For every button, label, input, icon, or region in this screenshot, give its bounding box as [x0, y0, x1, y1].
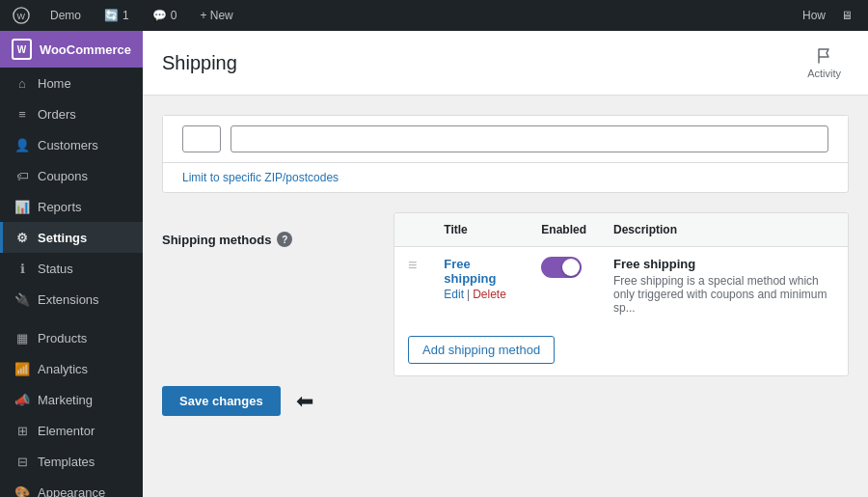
- reports-icon: 📊: [14, 199, 30, 214]
- title-cell: Free shipping Edit | Delete: [430, 247, 528, 325]
- orders-icon: ≡: [14, 106, 30, 122]
- free-shipping-link[interactable]: Free shipping: [444, 257, 514, 286]
- new-button[interactable]: + New: [192, 0, 240, 31]
- sidebar-item-home[interactable]: ⌂ Home: [0, 68, 143, 98]
- edit-delete-links: Edit | Delete: [444, 288, 514, 301]
- shipping-methods-label: Shipping methods ?: [162, 212, 374, 266]
- edit-link[interactable]: Edit: [444, 288, 464, 301]
- sidebar-item-label: Extensions: [38, 292, 99, 307]
- comments-count[interactable]: 💬 0: [145, 0, 185, 31]
- status-icon: ℹ: [14, 261, 30, 276]
- sidebar-item-label: Customers: [38, 138, 98, 152]
- description-text: Free shipping is a special method which …: [613, 274, 834, 315]
- sidebar-item-products[interactable]: ▦ Products: [0, 322, 143, 353]
- sidebar-item-marketing[interactable]: 📣 Marketing: [0, 384, 143, 415]
- products-icon: ▦: [14, 330, 30, 345]
- woo-label: WooCommerce: [40, 42, 131, 57]
- appearance-icon: 🎨: [14, 484, 30, 497]
- activity-button[interactable]: Activity: [800, 42, 849, 83]
- drag-col-header: [394, 213, 430, 247]
- howdy[interactable]: How: [802, 9, 826, 22]
- description-title: Free shipping: [613, 257, 834, 271]
- sidebar-item-analytics[interactable]: 📶 Analytics: [0, 353, 143, 384]
- drag-handle-cell: ≡: [394, 247, 430, 325]
- flag-icon: [815, 46, 834, 66]
- shipping-methods-layout: Shipping methods ? Title Enabled Descrip…: [162, 212, 849, 376]
- home-icon: ⌂: [14, 75, 30, 91]
- sidebar-item-label: Status: [38, 262, 73, 276]
- templates-icon: ⊟: [14, 454, 30, 469]
- marketing-icon: 📣: [14, 392, 30, 407]
- woo-logo-box: W: [12, 39, 32, 60]
- analytics-icon: 📶: [14, 361, 30, 376]
- customers-icon: 👤: [14, 137, 30, 152]
- sidebar-item-templates[interactable]: ⊟ Templates: [0, 446, 143, 477]
- enabled-toggle[interactable]: [541, 257, 582, 278]
- activity-label: Activity: [807, 68, 841, 79]
- sidebar-item-label: Orders: [38, 107, 76, 122]
- zip-bar: [231, 125, 828, 152]
- site-name[interactable]: Demo: [42, 0, 89, 31]
- enabled-cell: [528, 247, 600, 325]
- sidebar-item-appearance[interactable]: 🎨 Appearance: [0, 477, 143, 497]
- sidebar-item-reports[interactable]: 📊 Reports: [0, 191, 143, 222]
- save-button[interactable]: Save changes: [162, 386, 281, 416]
- updates-count[interactable]: 🔄 1: [96, 0, 137, 31]
- sidebar-item-orders[interactable]: ≡ Orders: [0, 98, 143, 129]
- sidebar-item-customers[interactable]: 👤 Customers: [0, 129, 143, 160]
- zip-postcodes-link[interactable]: Limit to specific ZIP/postcodes: [163, 163, 848, 192]
- page-title: Shipping: [162, 52, 237, 74]
- sidebar-item-label: Templates: [38, 455, 95, 469]
- zip-input-mock: [182, 125, 221, 152]
- wp-logo[interactable]: W: [8, 2, 35, 29]
- sidebar-item-label: Appearance: [38, 485, 105, 498]
- zip-limit-bar: [163, 116, 848, 163]
- description-cell: Free shipping Free shipping is a special…: [600, 247, 848, 325]
- sidebar: W WooCommerce ⌂ Home ≡ Orders 👤 Customer…: [0, 31, 143, 497]
- sidebar-item-settings[interactable]: ⚙ Settings: [0, 222, 143, 253]
- description-col-header: Description: [600, 213, 848, 247]
- delete-link[interactable]: Delete: [473, 288, 506, 301]
- table-row: ≡ Free shipping Edit | Delete: [394, 247, 848, 325]
- page-header: Shipping Activity: [143, 31, 868, 96]
- link-separator: |: [467, 288, 470, 301]
- admin-bar: W Demo 🔄 1 💬 0 + New How 🖥: [0, 0, 868, 31]
- sidebar-item-label: Coupons: [38, 169, 88, 183]
- scroll-content: Limit to specific ZIP/postcodes Shipping…: [143, 96, 868, 497]
- zip-limit-section: Limit to specific ZIP/postcodes: [162, 115, 849, 193]
- settings-icon: ⚙: [14, 230, 30, 245]
- sidebar-item-elementor[interactable]: ⊞ Elementor: [0, 415, 143, 446]
- sidebar-item-label: Elementor: [38, 424, 95, 438]
- coupons-icon: 🏷: [14, 168, 30, 183]
- screen-options[interactable]: 🖥: [833, 0, 860, 31]
- content-area: Shipping Activity Limit to specific ZIP/…: [143, 31, 868, 497]
- enabled-col-header: Enabled: [528, 213, 600, 247]
- add-shipping-row: Add shipping method: [394, 324, 848, 375]
- shipping-table-container: Title Enabled Description ≡: [393, 212, 849, 376]
- svg-text:W: W: [17, 12, 26, 21]
- sidebar-item-label: Products: [38, 331, 87, 345]
- sidebar-item-label: Marketing: [38, 393, 93, 407]
- save-area: Save changes ⬅: [162, 376, 849, 426]
- sidebar-item-label: Home: [38, 76, 71, 91]
- help-icon[interactable]: ?: [277, 232, 292, 247]
- sidebar-item-coupons[interactable]: 🏷 Coupons: [0, 160, 143, 191]
- sidebar-item-label: Analytics: [38, 362, 88, 376]
- shipping-table: Title Enabled Description ≡: [394, 213, 848, 324]
- shipping-methods-section: Shipping methods ? Title Enabled Descrip…: [162, 212, 849, 376]
- sidebar-item-extensions[interactable]: 🔌 Extensions: [0, 284, 143, 315]
- sidebar-item-label: Settings: [38, 231, 87, 245]
- elementor-icon: ⊞: [14, 423, 30, 438]
- sidebar-item-status[interactable]: ℹ Status: [0, 253, 143, 284]
- arrow-icon: ⬅: [296, 389, 313, 414]
- sidebar-item-label: Reports: [38, 200, 82, 214]
- extensions-icon: 🔌: [14, 291, 30, 307]
- drag-handle-icon[interactable]: ≡: [408, 257, 417, 273]
- title-col-header: Title: [430, 213, 528, 247]
- add-shipping-button[interactable]: Add shipping method: [408, 336, 555, 364]
- woocommerce-logo[interactable]: W WooCommerce: [0, 31, 143, 68]
